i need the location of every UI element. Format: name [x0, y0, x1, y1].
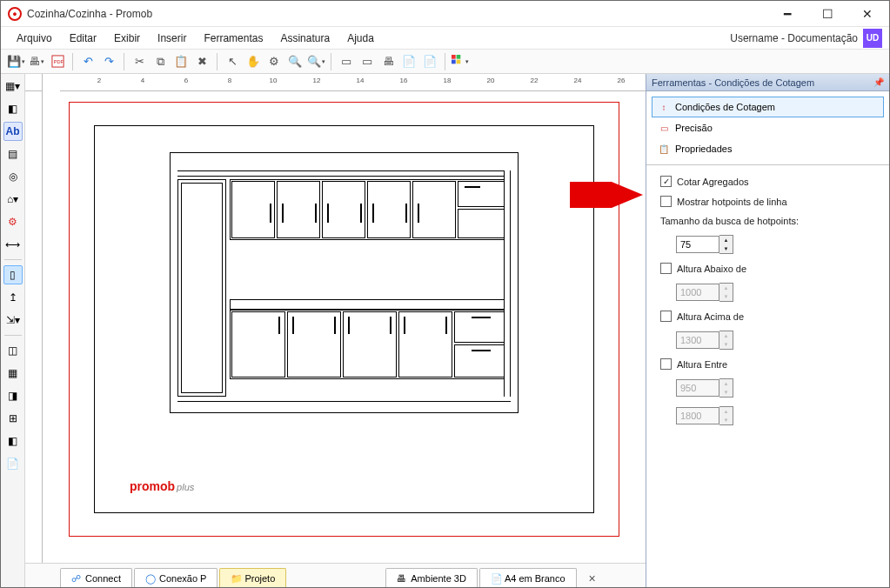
option-altura-acima[interactable]: Altura Acima de: [660, 311, 875, 322]
user-block[interactable]: Username - Documentação UD: [730, 29, 882, 48]
entre2-value[interactable]: [676, 407, 719, 424]
tamanho-value[interactable]: [676, 236, 719, 253]
print-icon[interactable]: 🖶▾: [27, 52, 46, 71]
canvas[interactable]: promobplus: [43, 91, 646, 563]
spin-up-icon[interactable]: ▲: [719, 331, 733, 340]
tool-shape-icon[interactable]: ◧: [3, 99, 23, 118]
page-icon[interactable]: 📄: [399, 52, 418, 71]
spin-down-icon[interactable]: ▼: [719, 340, 733, 349]
drawing-viewport: [170, 152, 519, 413]
tool-text-icon[interactable]: Ab: [3, 122, 23, 141]
menu-inserir[interactable]: Inserir: [149, 30, 195, 47]
copy-icon[interactable]: ⧉: [151, 52, 170, 71]
option-altura-abaixo[interactable]: Altura Abaixo de: [660, 263, 875, 274]
tool-grid-icon[interactable]: ▦▾: [3, 77, 23, 96]
document-tabs: ☍Connect ◯Conexão P 📁Projeto 🖶Ambiente 3…: [25, 563, 646, 587]
option-mostrar-hotpoints[interactable]: Mostrar hotpoints de linha: [660, 196, 875, 207]
input-entre2[interactable]: ▲▼: [676, 406, 739, 425]
input-abaixo[interactable]: ▲▼: [676, 283, 739, 302]
tool-misc1-icon[interactable]: ◫: [3, 341, 23, 360]
input-tamanho[interactable]: ▲▼: [676, 235, 739, 254]
menu-ajuda[interactable]: Ajuda: [338, 30, 383, 47]
print2-icon[interactable]: 🖶: [378, 52, 398, 71]
menu-exibir[interactable]: Exibir: [105, 30, 149, 47]
pin-icon[interactable]: 📌: [873, 77, 884, 87]
tool-barcode-icon[interactable]: ▤: [3, 144, 23, 164]
tool-misc3-icon[interactable]: ◨: [3, 386, 23, 405]
option-cotar-agregados[interactable]: ✓ Cotar Agregados: [660, 176, 875, 187]
menu-editar[interactable]: Editar: [61, 30, 105, 47]
menu-bar: Arquivo Editar Exibir Inserir Ferramenta…: [1, 27, 889, 50]
section-propriedades[interactable]: 📋Propriedades: [652, 138, 884, 159]
tool-misc2-icon[interactable]: ▦: [3, 364, 23, 383]
spin-up-icon[interactable]: ▲: [719, 407, 733, 416]
input-acima[interactable]: ▲▼: [676, 331, 739, 350]
tool-dim-icon[interactable]: ⟷: [3, 235, 23, 254]
delete-icon[interactable]: ✖: [192, 52, 211, 71]
spin-down-icon[interactable]: ▼: [719, 388, 733, 397]
tab-conexao[interactable]: ◯Conexão P: [134, 568, 217, 587]
tool-doc-icon[interactable]: 📄: [3, 454, 23, 473]
svg-rect-5: [457, 60, 461, 64]
save-icon[interactable]: 💾▾: [6, 52, 25, 71]
checkbox-cotar[interactable]: ✓: [660, 176, 672, 187]
pointer-icon[interactable]: ↖: [223, 52, 242, 71]
menu-assinatura[interactable]: Assinatura: [271, 30, 338, 47]
tool-misc5-icon[interactable]: ◧: [3, 431, 23, 451]
checkbox-abaixo[interactable]: [660, 263, 672, 274]
pdf-icon[interactable]: PDF: [48, 52, 67, 71]
option-altura-entre[interactable]: Altura Entre: [660, 358, 875, 370]
spin-down-icon[interactable]: ▼: [719, 416, 733, 424]
panel-header: Ferramentas - Condições de Cotagem 📌: [646, 74, 889, 91]
tool-puzzle-icon[interactable]: ⚙: [3, 212, 23, 231]
page2-icon[interactable]: 📄: [420, 52, 439, 71]
zoom-region-icon[interactable]: ⚙: [264, 52, 284, 71]
section-precisao[interactable]: ▭Precisão: [652, 117, 884, 138]
close-button[interactable]: ✕: [847, 1, 887, 27]
user-label: Username - Documentação: [730, 32, 858, 44]
spin-up-icon[interactable]: ▲: [719, 379, 733, 388]
paste-icon[interactable]: 📋: [171, 52, 191, 71]
kitchen-drawing: [177, 160, 511, 405]
main-area: 2 4 6 8 10 12 14 16 18 20 22 24 26: [25, 74, 646, 587]
menu-arquivo[interactable]: Arquivo: [8, 30, 61, 47]
hand-icon[interactable]: ✋: [244, 52, 263, 71]
svg-rect-4: [452, 60, 456, 64]
abaixo-value[interactable]: [676, 284, 719, 301]
undo-icon[interactable]: ↶: [78, 52, 97, 71]
palette-icon[interactable]: ▾: [451, 52, 470, 71]
rect-icon[interactable]: ▭: [358, 52, 377, 71]
rect-dashed-icon[interactable]: ▭: [337, 52, 356, 71]
tool-rect-sel-icon[interactable]: ▯: [3, 265, 23, 284]
tool-misc4-icon[interactable]: ⊞: [3, 409, 23, 428]
tab-projeto[interactable]: 📁Projeto: [219, 568, 286, 587]
tab-close-button[interactable]: ×: [584, 570, 601, 587]
options-area: ✓ Cotar Agregados Mostrar hotpoints de l…: [646, 165, 889, 587]
acima-value[interactable]: [676, 331, 719, 349]
spin-up-icon[interactable]: ▲: [719, 236, 733, 244]
cut-icon[interactable]: ✂: [130, 52, 149, 71]
tool-target-icon[interactable]: ◎: [3, 167, 23, 186]
zoom-fit-icon[interactable]: 🔍▾: [306, 52, 325, 71]
redo-icon[interactable]: ↷: [99, 52, 118, 71]
spin-down-icon[interactable]: ▼: [719, 292, 733, 301]
menu-ferramentas[interactable]: Ferramentas: [195, 30, 271, 47]
checkbox-entre[interactable]: [660, 358, 672, 370]
tool-arrow-up-icon[interactable]: ↥: [3, 288, 23, 307]
maximize-button[interactable]: ☐: [807, 1, 847, 27]
tab-connect[interactable]: ☍Connect: [60, 568, 132, 587]
spin-up-icon[interactable]: ▲: [719, 284, 733, 292]
section-condicoes[interactable]: ↕Condições de Cotagem: [652, 97, 884, 117]
tool-arrow-down-icon[interactable]: ⇲▾: [3, 311, 23, 330]
checkbox-mostrar[interactable]: [660, 196, 672, 207]
input-entre1[interactable]: ▲▼: [676, 378, 739, 398]
entre1-value[interactable]: [676, 379, 719, 397]
checkbox-acima[interactable]: [660, 311, 672, 322]
panel-title: Ferramentas - Condições de Cotagem: [652, 77, 814, 88]
zoom-in-icon[interactable]: 🔍: [285, 52, 304, 71]
minimize-button[interactable]: ━: [767, 1, 807, 27]
tab-a4[interactable]: 📄A4 em Branco: [479, 568, 577, 587]
tab-ambiente[interactable]: 🖶Ambiente 3D: [385, 568, 478, 587]
tool-house-icon[interactable]: ⌂▾: [3, 190, 23, 209]
spin-down-icon[interactable]: ▼: [719, 244, 733, 253]
